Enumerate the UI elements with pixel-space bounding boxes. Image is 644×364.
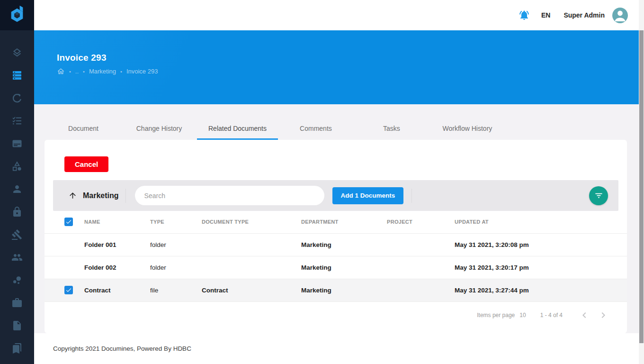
browser-toolbar: Marketing Add 1 Documents	[53, 180, 618, 211]
breadcrumb-parent[interactable]: Marketing	[89, 68, 116, 75]
breadcrumb-current: Invoice 293	[126, 68, 158, 75]
user-name[interactable]: Super Admin	[564, 11, 605, 19]
cancel-button[interactable]: Cancel	[64, 156, 108, 172]
sidebar-item-bubbles[interactable]	[0, 269, 34, 291]
documents-list-icon	[11, 70, 23, 81]
team-icon	[11, 252, 23, 263]
gavel-icon	[11, 229, 23, 240]
select-all-checkbox[interactable]	[64, 218, 73, 226]
user-avatar[interactable]	[612, 8, 628, 23]
table-header-row: NAME TYPE DOCUMENT TYPE DEPARTMENT PROJE…	[45, 211, 627, 233]
cell-type: file	[150, 279, 202, 301]
sidebar-item-projects[interactable]	[0, 291, 34, 314]
cell-name: Contract	[84, 279, 150, 301]
notification-bell-icon[interactable]	[519, 9, 530, 21]
home-icon[interactable]	[57, 67, 65, 75]
sidebar-item-bookmarks[interactable]	[0, 337, 34, 360]
chevron-right-icon	[598, 309, 609, 321]
avatar-person-icon	[612, 8, 628, 23]
sidebar-item-shapes[interactable]	[0, 155, 34, 178]
table-row[interactable]: Folder 001 folder Marketing May 31 2021,…	[45, 233, 627, 256]
column-header-project: PROJECT	[387, 211, 455, 233]
cell-updated-at: May 31 2021, 3:27:44 pm	[455, 279, 627, 301]
tab-document[interactable]: Document	[45, 117, 121, 140]
next-page-button[interactable]	[598, 309, 609, 321]
sidebar-item-user[interactable]	[0, 178, 34, 200]
tab-comments[interactable]: Comments	[278, 117, 354, 140]
items-per-page-label: Items per page	[477, 312, 515, 318]
sidebar-item-refresh[interactable]	[0, 87, 34, 109]
app-window: EN Super Admin Invoice 293 • .. • Market…	[0, 0, 644, 364]
lock-icon	[11, 206, 23, 218]
main-area: EN Super Admin Invoice 293 • .. • Market…	[34, 0, 644, 364]
cell-document-type	[202, 233, 301, 256]
table-row[interactable]: Folder 002 folder Marketing May 31 2021,…	[45, 256, 627, 279]
add-documents-button[interactable]: Add 1 Documents	[332, 187, 404, 204]
paginator-range: 1 - 4 of 4	[540, 312, 563, 318]
tab-tasks[interactable]: Tasks	[354, 117, 429, 140]
user-icon	[11, 183, 23, 195]
top-header: EN Super Admin	[34, 0, 644, 30]
divider	[125, 189, 126, 203]
column-header-department: DEPARTMENT	[301, 211, 387, 233]
sidebar-item-layers[interactable]	[0, 41, 34, 64]
briefcase-icon	[11, 297, 23, 309]
shapes-icon	[11, 161, 23, 172]
cell-department: Marketing	[301, 279, 387, 301]
cell-document-type	[202, 256, 301, 279]
sidebar-item-card[interactable]	[0, 132, 34, 155]
breadcrumb: • .. • Marketing • Invoice 293	[57, 67, 644, 75]
table-row[interactable]: Contract file Contract Marketing May 31 …	[45, 279, 627, 301]
divider	[411, 189, 412, 203]
language-selector[interactable]: EN	[541, 11, 550, 19]
sidebar-item-legal[interactable]	[0, 223, 34, 246]
card-icon	[11, 138, 23, 149]
cell-type: folder	[150, 256, 202, 279]
sidebar-item-team[interactable]	[0, 246, 34, 269]
cell-project	[387, 279, 455, 301]
current-folder-label: Marketing	[83, 191, 119, 200]
app-logo[interactable]	[0, 0, 34, 30]
sidebar-nav	[0, 30, 34, 360]
cell-updated-at: May 31 2021, 3:20:08 pm	[455, 233, 627, 256]
related-documents-panel: Cancel Marketing Add 1 Documents	[45, 140, 627, 333]
column-header-updated-at: UPDATED AT	[455, 211, 627, 233]
breadcrumb-up[interactable]: ..	[75, 68, 79, 75]
sidebar-item-files[interactable]	[0, 314, 34, 337]
tab-change-history[interactable]: Change History	[121, 117, 197, 140]
cell-department: Marketing	[301, 233, 387, 256]
filter-icon	[594, 191, 603, 200]
page-title: Invoice 293	[57, 53, 644, 63]
items-per-page-value[interactable]: 10	[519, 312, 526, 318]
tab-related-documents[interactable]: Related Documents	[197, 117, 278, 140]
sidebar-item-documents[interactable]	[0, 64, 34, 87]
navigate-up-icon[interactable]	[68, 191, 77, 200]
documines-logo-icon	[8, 5, 26, 26]
page-scrollbar	[639, 0, 644, 364]
file-icon	[11, 320, 23, 331]
filter-button[interactable]	[589, 186, 608, 205]
sidebar-item-security[interactable]	[0, 200, 34, 223]
paginator: Items per page 10 1 - 4 of 4	[45, 302, 627, 328]
tab-workflow-history[interactable]: Workflow History	[429, 117, 505, 140]
cell-document-type: Contract	[202, 279, 301, 301]
footer: Copyrights 2021 Documines, Powered By HD…	[34, 333, 644, 364]
cell-department: Marketing	[301, 256, 387, 279]
sidebar-item-tasks[interactable]	[0, 109, 34, 132]
column-header-type: TYPE	[150, 211, 202, 233]
tab-bar: Document Change History Related Document…	[34, 104, 644, 140]
copyright-text: Copyrights 2021 Documines, Powered By HD…	[53, 345, 191, 352]
refresh-icon	[11, 92, 23, 104]
row-checkbox[interactable]	[64, 286, 73, 294]
cell-updated-at: May 31 2021, 3:20:17 pm	[455, 256, 627, 279]
cell-name: Folder 002	[84, 256, 150, 279]
layers-icon	[11, 47, 23, 58]
sidebar	[0, 0, 34, 364]
search-input[interactable]	[135, 186, 324, 205]
column-header-name: NAME	[84, 211, 150, 233]
previous-page-button[interactable]	[579, 309, 590, 321]
check-icon	[65, 287, 72, 293]
chevron-left-icon	[579, 309, 590, 321]
bookmarks-icon	[11, 343, 23, 354]
scrollbar-thumb[interactable]	[639, 30, 644, 343]
